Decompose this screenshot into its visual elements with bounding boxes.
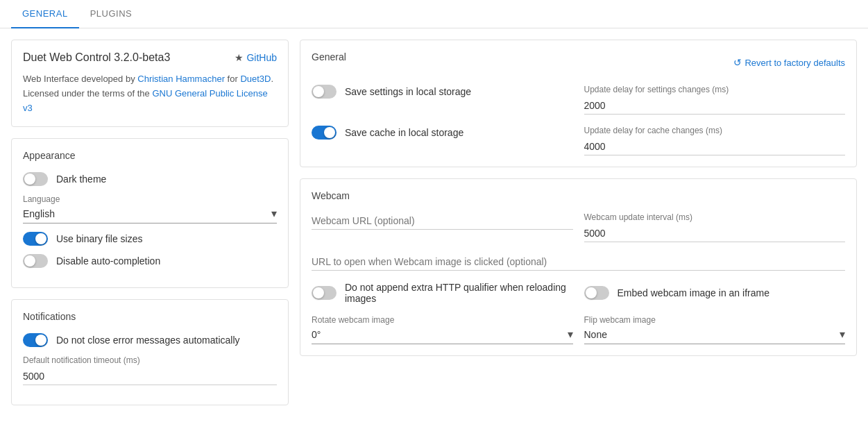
- save-settings-left: Save settings in local storage: [312, 85, 573, 99]
- language-row: Language English German French Spanish ▾: [23, 194, 277, 223]
- flip-select-wrapper: None Horizontal Vertical Both ▾: [584, 328, 846, 344]
- timeout-label: Default notification timeout (ms): [23, 355, 277, 365]
- webcam-url-row: Webcam update interval (ms): [312, 212, 845, 242]
- save-settings-label: Save settings in local storage: [345, 86, 471, 97]
- webcam-click-url-input[interactable]: [312, 253, 845, 271]
- desc-suffix: .: [271, 74, 273, 84]
- flip-label: Flip webcam image: [584, 315, 846, 325]
- webcam-select-row: Rotate webcam image 0° 90° 180° 270° ▾ F…: [312, 315, 845, 344]
- app-info-card: Duet Web Control 3.2.0-beta3 ★ GitHub We…: [11, 40, 289, 127]
- appearance-card: Appearance Dark theme Language English G…: [11, 138, 289, 288]
- tab-general[interactable]: GENERAL: [11, 0, 79, 28]
- dark-theme-row: Dark theme: [23, 172, 277, 186]
- no-close-row: Do not close error messages automaticall…: [23, 333, 277, 347]
- webcam-url-input[interactable]: [312, 212, 573, 230]
- star-icon: ★: [235, 52, 244, 63]
- update-delay-cache-input[interactable]: [584, 138, 846, 155]
- flip-group: Flip webcam image None Horizontal Vertic…: [584, 315, 846, 344]
- timeout-input[interactable]: [23, 368, 277, 385]
- no-http-label: Do not append extra HTTP qualifier when …: [345, 282, 573, 304]
- appearance-title: Appearance: [23, 150, 277, 161]
- app-description: Web Interface developed by Christian Ham…: [23, 72, 277, 115]
- flip-select[interactable]: None Horizontal Vertical Both: [584, 329, 840, 340]
- binary-sizes-row: Use binary file sizes: [23, 232, 277, 246]
- general-header: General ↺ Revert to factory defaults: [312, 51, 845, 74]
- embed-iframe-toggle[interactable]: [584, 286, 609, 300]
- language-label: Language: [23, 194, 277, 204]
- rotate-label: Rotate webcam image: [312, 315, 573, 325]
- webcam-interval-label: Webcam update interval (ms): [584, 212, 846, 222]
- embed-iframe-row: Embed webcam image in an iframe: [584, 286, 846, 300]
- binary-sizes-label: Use binary file sizes: [56, 233, 143, 244]
- save-cache-label: Save cache in local storage: [345, 127, 463, 138]
- refresh-icon: ↺: [733, 57, 742, 68]
- no-http-row: Do not append extra HTTP qualifier when …: [312, 282, 573, 304]
- github-link[interactable]: ★ GitHub: [235, 52, 277, 63]
- language-select-wrapper: English German French Spanish ▾: [23, 207, 277, 223]
- left-panel: Duet Web Control 3.2.0-beta3 ★ GitHub We…: [11, 40, 289, 408]
- save-cache-toggle[interactable]: [312, 126, 337, 140]
- no-close-toggle[interactable]: [23, 333, 48, 347]
- webcam-card: Webcam Webcam update interval (ms): [300, 178, 857, 356]
- rotate-select[interactable]: 0° 90° 180° 270°: [312, 329, 568, 340]
- webcam-click-url-row: [312, 253, 845, 271]
- app-title: Duet Web Control 3.2.0-beta3 ★ GitHub: [23, 51, 277, 64]
- github-label: GitHub: [246, 52, 277, 63]
- general-settings-grid: Save settings in local storage Update de…: [312, 85, 845, 155]
- save-settings-toggle[interactable]: [312, 85, 337, 99]
- dark-theme-label: Dark theme: [56, 174, 106, 185]
- general-card: General ↺ Revert to factory defaults Sav…: [300, 40, 857, 167]
- rotate-chevron-icon: ▾: [568, 328, 573, 341]
- update-delay-settings-input[interactable]: [584, 97, 846, 115]
- app-title-text: Duet Web Control 3.2.0-beta3: [23, 51, 170, 64]
- tabs-bar: GENERAL PLUGINS: [0, 0, 868, 28]
- no-http-toggle[interactable]: [312, 286, 337, 300]
- revert-label: Revert to factory defaults: [744, 58, 845, 68]
- disable-autocomplete-label: Disable auto-completion: [56, 255, 160, 267]
- no-close-label: Do not close error messages automaticall…: [56, 335, 240, 346]
- disable-autocomplete-row: Disable auto-completion: [23, 254, 277, 268]
- notifications-title: Notifications: [23, 311, 277, 322]
- org-link[interactable]: Duet3D: [240, 74, 271, 84]
- right-panel: General ↺ Revert to factory defaults Sav…: [300, 40, 857, 408]
- update-delay-cache-label: Update delay for cache changes (ms): [584, 126, 846, 135]
- update-delay-settings-right: Update delay for settings changes (ms): [584, 85, 846, 115]
- save-cache-left: Save cache in local storage: [312, 126, 573, 140]
- webcam-url-group: [312, 212, 573, 242]
- revert-button[interactable]: ↺ Revert to factory defaults: [733, 57, 845, 68]
- webcam-interval-input[interactable]: [584, 225, 846, 242]
- main-content: Duet Web Control 3.2.0-beta3 ★ GitHub We…: [0, 28, 868, 419]
- notifications-card: Notifications Do not close error message…: [11, 299, 289, 405]
- rotate-select-wrapper: 0° 90° 180° 270° ▾: [312, 328, 573, 344]
- webcam-title: Webcam: [312, 190, 845, 201]
- general-title: General: [312, 51, 346, 62]
- language-select[interactable]: English German French Spanish: [23, 208, 271, 219]
- embed-iframe-label: Embed webcam image in an iframe: [618, 287, 769, 298]
- webcam-interval-group: Webcam update interval (ms): [584, 212, 846, 242]
- license-prefix: Licensed under the terms of the: [23, 88, 152, 99]
- disable-autocomplete-toggle[interactable]: [23, 254, 48, 268]
- language-chevron-icon: ▾: [271, 207, 277, 220]
- binary-sizes-toggle[interactable]: [23, 232, 48, 246]
- dark-theme-toggle[interactable]: [23, 172, 48, 186]
- tab-plugins[interactable]: PLUGINS: [79, 0, 144, 28]
- webcam-toggle-row: Do not append extra HTTP qualifier when …: [312, 282, 845, 304]
- timeout-group: Default notification timeout (ms): [23, 355, 277, 385]
- desc-mid: for: [225, 74, 240, 84]
- rotate-group: Rotate webcam image 0° 90° 180° 270° ▾: [312, 315, 573, 344]
- update-delay-settings-label: Update delay for settings changes (ms): [584, 85, 846, 94]
- desc-prefix: Web Interface developed by: [23, 74, 137, 84]
- flip-chevron-icon: ▾: [840, 328, 845, 341]
- update-delay-cache-right: Update delay for cache changes (ms): [584, 126, 846, 155]
- author-link[interactable]: Christian Hammacher: [137, 74, 225, 84]
